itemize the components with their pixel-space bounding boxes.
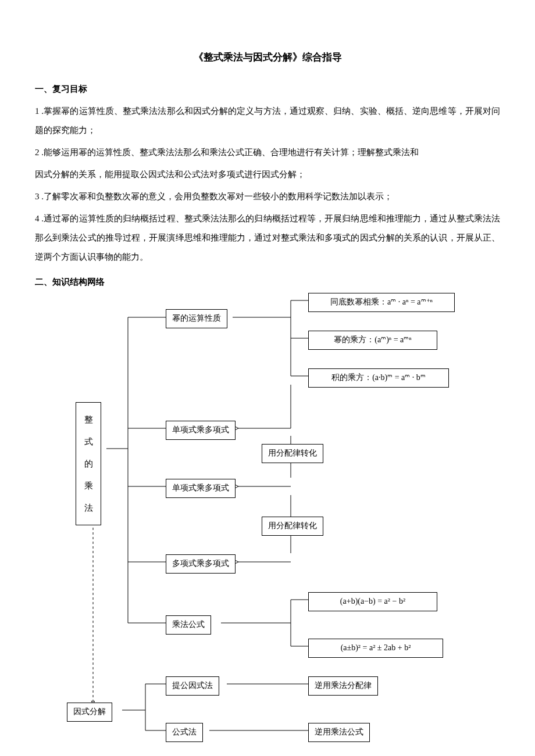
- item-1: 1 .掌握幂的运算性质、整式乘法法那么和因式分解的定义与方法，通过观察、归纳、实…: [35, 102, 500, 140]
- box-product-power: 积的乘方：(a·b)ᵐ = aᵐ · bᵐ: [308, 368, 449, 387]
- box-inverse-dist: 逆用乘法分配律: [308, 676, 378, 695]
- item-2a: 2 .能够运用幂的运算性质、整式乘法法那么和乘法公式正确、合理地进行有关计算；理…: [35, 143, 500, 162]
- char: 整: [84, 410, 93, 429]
- box-mono-poly-2: 单项式乘多项式: [166, 479, 236, 497]
- box-inverse-formula: 逆用乘法公式: [308, 723, 370, 741]
- box-sq-diff: (a+b)(a−b) = a² − b²: [308, 592, 437, 611]
- char: 的: [84, 454, 93, 474]
- box-power-power: 幂的乘方：(aᵐ)ⁿ = aᵐⁿ: [308, 331, 437, 349]
- char: 式: [84, 432, 93, 452]
- box-dist-2: 用分配律转化: [262, 517, 323, 535]
- section-1-heading: 一、复习目标: [35, 80, 500, 99]
- char: 法: [84, 499, 93, 518]
- box-dist-1: 用分配律转化: [262, 444, 323, 463]
- box-power-prop: 幂的运算性质: [166, 309, 227, 328]
- box-perfect-sq: (a±b)² = a² ± 2ab + b²: [308, 639, 443, 657]
- item-2b: 因式分解的关系，能用提取公因式法和公式法对多项式进行因式分解；: [35, 165, 500, 184]
- box-formula-method: 公式法: [166, 723, 203, 741]
- box-mono-poly-1: 单项式乘多项式: [166, 421, 236, 439]
- char: 乘: [84, 476, 93, 496]
- item-4: 4 .通过幂的运算性质的归纳概括过程、整式乘法法那么的归纳概括过程等，开展归纳思…: [35, 209, 500, 267]
- section-2-heading: 二、知识结构网络: [35, 273, 500, 292]
- box-integral-mul: 整 式 的 乘 法: [76, 402, 101, 525]
- knowledge-diagram: 整 式 的 乘 法 因式分解 幂的运算性质 单项式乘多项式 单项式乘多项式 多项…: [58, 298, 500, 745]
- item-3: 3 .了解零次幂和负整数次幂的意义，会用负整数次幂对一些较小的数用科学记数法加以…: [35, 187, 500, 206]
- box-mul-formula: 乘法公式: [166, 615, 211, 634]
- box-common-factor: 提公因式法: [166, 676, 219, 695]
- box-factorization: 因式分解: [67, 703, 112, 721]
- box-same-base: 同底数幂相乘：aᵐ · aⁿ = aᵐ⁺ⁿ: [308, 293, 455, 311]
- page-title: 《整式乘法与因式分解》综合指导: [35, 46, 500, 68]
- box-poly-poly: 多项式乘多项式: [166, 554, 236, 573]
